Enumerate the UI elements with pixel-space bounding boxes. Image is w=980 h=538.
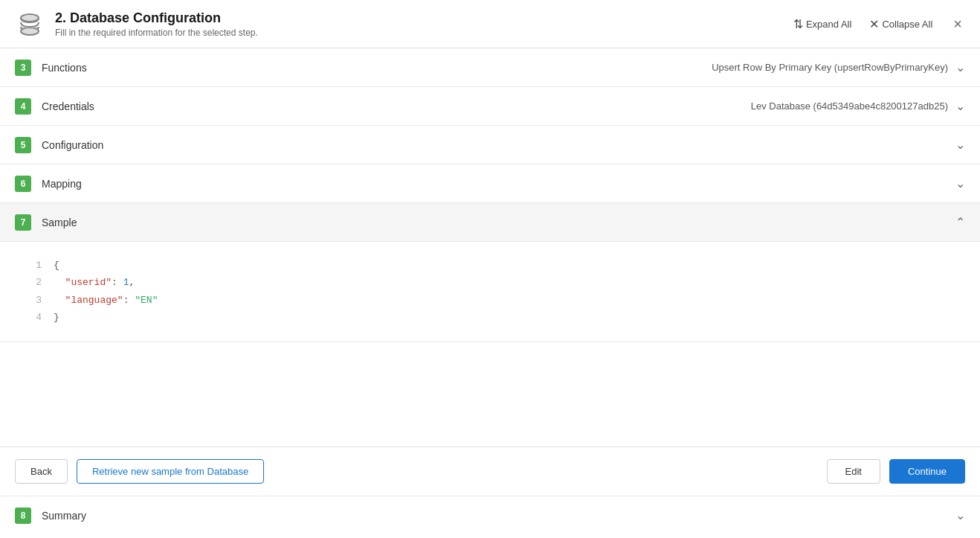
section-mapping-label: Mapping: [42, 178, 82, 190]
section-functions-value: Upsert Row By Primary Key (upsertRowByPr…: [712, 62, 948, 73]
section-summary-label: Summary: [42, 510, 86, 522]
back-button[interactable]: Back: [15, 459, 68, 484]
chevron-up-icon: ⌃: [955, 215, 965, 229]
header-actions: ⇅ Expand All ✕ Collapse All ×: [787, 13, 965, 34]
header-left: 2. Database Configuration Fill in the re…: [15, 9, 258, 39]
expand-all-button[interactable]: ⇅ Expand All: [787, 14, 857, 34]
page-subtitle: Fill in the required information for the…: [55, 28, 258, 38]
close-button[interactable]: ×: [950, 13, 965, 34]
chevron-down-icon: ⌄: [955, 99, 965, 113]
section-functions-label: Functions: [42, 62, 87, 74]
section-sample-label: Sample: [42, 217, 77, 228]
section-functions[interactable]: 3 Functions Upsert Row By Primary Key (u…: [0, 48, 980, 87]
footer-right: Edit Continue: [827, 459, 965, 484]
code-line-4: 4 }: [30, 309, 965, 326]
section-sample: 7 Sample ⌃ 1 { 2 "userid": 1, 3 "languag…: [0, 203, 980, 342]
collapse-all-icon: ✕: [869, 17, 879, 31]
chevron-down-icon: ⌄: [955, 176, 965, 190]
code-line-1: 1 {: [30, 257, 965, 274]
section-mapping[interactable]: 6 Mapping ⌄: [0, 164, 980, 203]
header: 2. Database Configuration Fill in the re…: [0, 0, 980, 48]
page-title: 2. Database Configuration: [55, 10, 258, 26]
step-badge-3: 3: [15, 60, 31, 76]
section-credentials-label: Credentials: [42, 100, 94, 112]
chevron-down-icon: ⌄: [955, 60, 965, 74]
chevron-down-icon: ⌄: [955, 138, 965, 152]
main-content: 3 Functions Upsert Row By Primary Key (u…: [0, 48, 980, 534]
step-badge-7: 7: [15, 214, 31, 231]
code-line-3: 3 "language": "EN": [30, 292, 965, 309]
edit-button[interactable]: Edit: [827, 459, 880, 484]
sample-code-area: 1 { 2 "userid": 1, 3 "language": "EN" 4 …: [0, 242, 980, 342]
retrieve-sample-button[interactable]: Retrieve new sample from Database: [77, 459, 264, 484]
expand-all-label: Expand All: [806, 19, 851, 30]
section-summary[interactable]: 8 Summary ⌄: [0, 496, 980, 534]
section-configuration-label: Configuration: [42, 139, 103, 151]
step-badge-4: 4: [15, 98, 31, 115]
step-badge-5: 5: [15, 137, 31, 153]
header-title-block: 2. Database Configuration Fill in the re…: [55, 10, 258, 38]
section-sample-header[interactable]: 7 Sample ⌃: [0, 203, 980, 242]
section-credentials[interactable]: 4 Credentials Lev Database (64d5349abe4c…: [0, 87, 980, 126]
svg-point-1: [21, 28, 39, 35]
footer-bar: Back Retrieve new sample from Database E…: [0, 446, 980, 496]
collapse-all-label: Collapse All: [882, 19, 932, 30]
step-badge-8: 8: [15, 507, 31, 524]
content-spacer: [0, 342, 980, 446]
svg-point-0: [21, 14, 39, 22]
section-configuration[interactable]: 5 Configuration ⌄: [0, 126, 980, 164]
section-credentials-value: Lev Database (64d5349abe4c8200127adb25): [751, 100, 948, 112]
database-icon: [15, 9, 45, 39]
code-line-2: 2 "userid": 1,: [30, 274, 965, 291]
chevron-down-icon: ⌄: [955, 508, 965, 522]
step-badge-6: 6: [15, 176, 31, 192]
continue-button[interactable]: Continue: [889, 459, 965, 484]
expand-all-icon: ⇅: [793, 17, 803, 31]
footer-left: Back Retrieve new sample from Database: [15, 459, 264, 484]
collapse-all-button[interactable]: ✕ Collapse All: [863, 14, 938, 34]
